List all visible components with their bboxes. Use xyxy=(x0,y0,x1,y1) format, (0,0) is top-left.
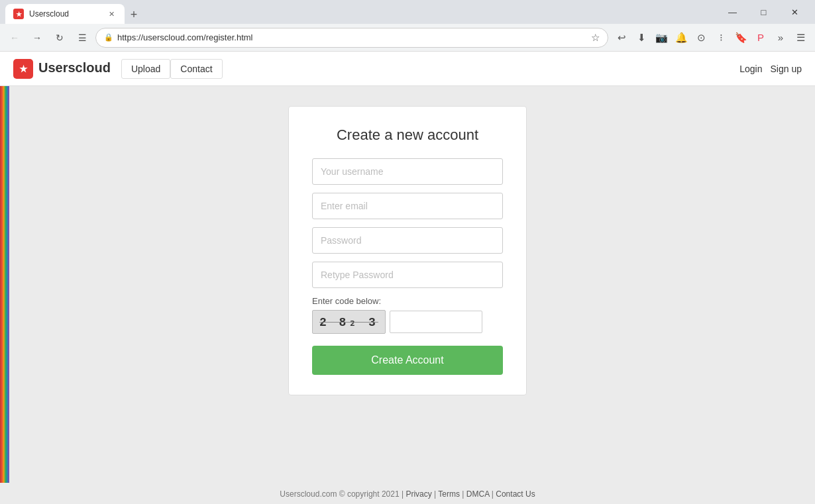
screenshot-icon[interactable]: 📷 xyxy=(652,28,671,47)
toolbar-icons: ↩ ⬇ 📷 🔔 ⊙ ⁝ 🔖 P » ☰ xyxy=(612,28,810,47)
pocket-icon[interactable]: P xyxy=(751,28,770,47)
star-icon[interactable]: ☆ xyxy=(591,32,600,44)
notification-icon[interactable]: 🔔 xyxy=(672,28,690,47)
captcha-section: Enter code below: 2 8₂ 3 xyxy=(312,296,503,334)
site-navbar: ★Userscloud Upload Contact Login Sign up xyxy=(0,52,815,86)
forward-button[interactable]: → xyxy=(28,28,46,47)
menu-icon[interactable]: ☰ xyxy=(791,28,810,47)
minimize-button[interactable]: — xyxy=(718,2,747,22)
tab-favicon-icon: ★ xyxy=(13,9,24,19)
lock-icon: 🔒 xyxy=(104,33,113,42)
contact-nav-link[interactable]: Contact xyxy=(170,59,222,79)
username-input[interactable] xyxy=(312,158,503,185)
page-content: Create a new account Enter code below: 2… xyxy=(0,86,815,483)
maximize-button[interactable]: □ xyxy=(749,2,779,22)
browser-tab[interactable]: ★ Userscloud ✕ xyxy=(5,4,125,24)
url-text: https://userscloud.com/register.html xyxy=(117,32,587,42)
logo-icon: ★ xyxy=(13,59,33,79)
back-button[interactable]: ← xyxy=(5,28,24,47)
privacy-link[interactable]: Privacy xyxy=(406,489,431,499)
tab-bar: ★ Userscloud ✕ + xyxy=(5,0,143,24)
extensions-icon[interactable]: » xyxy=(771,28,790,47)
history-icon[interactable]: ↩ xyxy=(612,28,631,47)
account-circle-icon[interactable]: ⊙ xyxy=(692,28,710,47)
site-logo[interactable]: ★Userscloud xyxy=(13,59,111,79)
tab-title: Userscloud xyxy=(29,9,101,19)
contact-us-link[interactable]: Contact Us xyxy=(496,489,535,499)
window-controls: — □ ✕ xyxy=(718,2,810,22)
captcha-row: 2 8₂ 3 xyxy=(312,310,503,334)
form-title: Create a new account xyxy=(312,126,503,144)
download-icon[interactable]: ⬇ xyxy=(632,28,651,47)
signup-link[interactable]: Sign up xyxy=(771,64,802,74)
captcha-image: 2 8₂ 3 xyxy=(312,310,386,334)
register-form-card: Create a new account Enter code below: 2… xyxy=(288,106,527,395)
reload-button[interactable]: ↻ xyxy=(50,28,69,47)
terms-link[interactable]: Terms xyxy=(438,489,460,499)
site-nav-right: Login Sign up xyxy=(739,64,802,74)
left-stripe xyxy=(0,86,9,483)
login-link[interactable]: Login xyxy=(739,64,762,74)
close-button[interactable]: ✕ xyxy=(780,2,810,22)
upload-nav-link[interactable]: Upload xyxy=(121,59,170,79)
address-bar[interactable]: 🔒 https://userscloud.com/register.html ☆ xyxy=(95,28,608,48)
site-nav-links: Upload Contact xyxy=(121,59,223,79)
site-footer: Userscloud.com © copyright 2021 | Privac… xyxy=(0,483,815,504)
email-input[interactable] xyxy=(312,193,503,219)
captcha-input[interactable] xyxy=(390,311,482,333)
tab-close-button[interactable]: ✕ xyxy=(106,9,117,19)
browser-toolbar: ← → ↻ ☰ 🔒 https://userscloud.com/registe… xyxy=(0,24,815,52)
bookmark-icon[interactable]: 🔖 xyxy=(732,28,750,47)
grid-icon[interactable]: ⁝ xyxy=(712,28,730,47)
create-account-button[interactable]: Create Account xyxy=(312,346,503,375)
browser-titlebar: ★ Userscloud ✕ + — □ ✕ xyxy=(0,0,815,24)
footer-copyright: Userscloud.com © copyright 2021 | xyxy=(280,489,404,499)
captcha-label: Enter code below: xyxy=(312,296,503,306)
logo-text: Userscloud xyxy=(38,60,111,75)
dmca-link[interactable]: DMCA xyxy=(466,489,490,499)
retype-password-input[interactable] xyxy=(312,262,503,288)
new-tab-button[interactable]: + xyxy=(125,5,143,24)
password-input[interactable] xyxy=(312,227,503,254)
home-button[interactable]: ☰ xyxy=(73,28,91,47)
